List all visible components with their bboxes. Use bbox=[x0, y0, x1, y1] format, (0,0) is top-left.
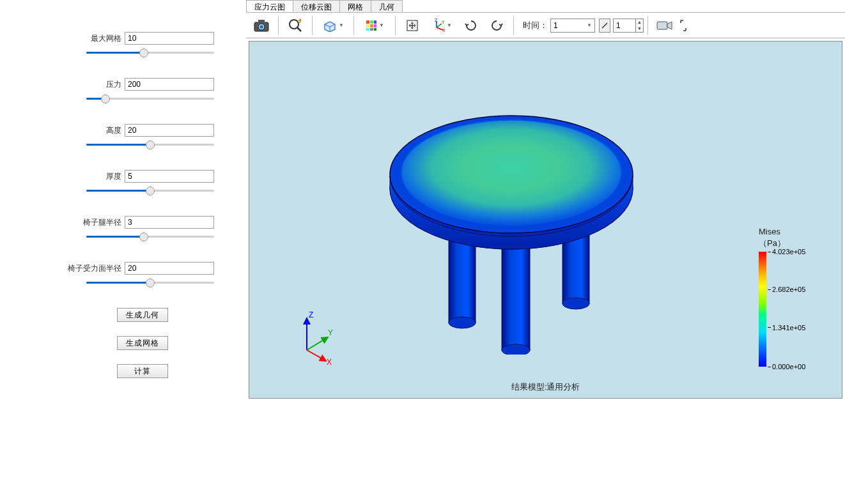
param-slider-4[interactable] bbox=[86, 231, 214, 243]
rotate-ccw-button[interactable] bbox=[460, 15, 483, 36]
svg-rect-13 bbox=[370, 28, 373, 31]
compute-button[interactable]: 计算 bbox=[117, 364, 168, 378]
frame-value: 1 bbox=[616, 21, 621, 30]
color-legend: Mises （Pa） 4.023e+052.682e+051.341e+050.… bbox=[759, 227, 823, 367]
svg-text:Y: Y bbox=[442, 20, 445, 24]
screenshot-button[interactable] bbox=[250, 15, 273, 36]
svg-line-20 bbox=[437, 24, 442, 27]
param-label: 厚度 bbox=[106, 171, 121, 182]
rotate-cw-button[interactable] bbox=[485, 15, 508, 36]
fit-view-button[interactable] bbox=[401, 15, 424, 36]
spinner-down-icon[interactable]: ▼ bbox=[636, 26, 643, 32]
svg-line-5 bbox=[297, 27, 301, 31]
param-group-0: 最大网格 bbox=[32, 32, 214, 59]
param-slider-0[interactable] bbox=[86, 47, 214, 59]
svg-point-31 bbox=[401, 120, 621, 225]
param-slider-5[interactable] bbox=[86, 277, 214, 289]
svg-rect-10 bbox=[370, 24, 373, 27]
param-group-2: 高度 bbox=[32, 124, 214, 151]
svg-line-37 bbox=[307, 350, 326, 361]
param-slider-1[interactable] bbox=[86, 93, 214, 105]
axes-view-button[interactable]: Z X Y ▼ bbox=[426, 15, 457, 36]
svg-point-24 bbox=[449, 317, 476, 328]
legend-tick: 4.023e+05 bbox=[768, 248, 805, 256]
stool-model bbox=[377, 73, 646, 355]
param-input-5[interactable] bbox=[125, 262, 214, 275]
svg-rect-12 bbox=[366, 28, 369, 31]
param-label: 椅子受力面半径 bbox=[68, 263, 121, 274]
camera-button[interactable] bbox=[653, 15, 676, 36]
action-buttons: 生成几何 生成网格 计算 bbox=[70, 308, 214, 378]
param-group-5: 椅子受力面半径 bbox=[32, 262, 214, 289]
viewport-3d[interactable]: Z Y X Mises （Pa） 4.023e+052.682e+051.341… bbox=[249, 41, 842, 399]
param-slider-2[interactable] bbox=[86, 139, 214, 151]
generate-geometry-button[interactable]: 生成几何 bbox=[117, 308, 168, 322]
param-input-4[interactable] bbox=[125, 216, 214, 229]
svg-rect-14 bbox=[374, 28, 376, 31]
sidebar: 最大网格 压力 高度 厚度 bbox=[0, 0, 246, 504]
result-caption: 结果模型:通用分析 bbox=[511, 381, 580, 393]
svg-rect-6 bbox=[366, 20, 369, 24]
svg-rect-8 bbox=[374, 20, 376, 24]
expand-button[interactable] bbox=[679, 15, 688, 36]
legend-tick: 0.000e+00 bbox=[768, 363, 805, 370]
param-input-1[interactable] bbox=[125, 78, 214, 91]
svg-point-26 bbox=[562, 298, 589, 309]
svg-text:X: X bbox=[442, 28, 446, 33]
main-area: 应力云图位移云图网格几何 ▼ bbox=[246, 0, 845, 504]
colormap-button[interactable]: ▼ bbox=[359, 15, 390, 36]
svg-line-35 bbox=[307, 337, 328, 350]
tab-0[interactable]: 应力云图 bbox=[246, 0, 293, 12]
svg-rect-22 bbox=[657, 22, 667, 29]
param-input-0[interactable] bbox=[125, 32, 214, 45]
legend-tick: 2.682e+05 bbox=[768, 286, 805, 293]
param-group-3: 厚度 bbox=[32, 170, 214, 197]
param-input-2[interactable] bbox=[125, 124, 214, 137]
frame-spinner[interactable]: 1 ▲ ▼ bbox=[613, 19, 644, 33]
tab-1[interactable]: 位移云图 bbox=[293, 0, 340, 12]
time-value: 1 bbox=[554, 21, 558, 30]
svg-rect-7 bbox=[370, 20, 373, 24]
param-label: 高度 bbox=[106, 125, 121, 136]
svg-text:Z: Z bbox=[309, 310, 313, 319]
zoom-button[interactable] bbox=[284, 15, 307, 36]
param-label: 椅子腿半径 bbox=[83, 217, 121, 228]
svg-text:X: X bbox=[327, 358, 332, 366]
svg-rect-11 bbox=[374, 24, 376, 27]
step-button[interactable] bbox=[599, 19, 610, 33]
svg-text:Y: Y bbox=[328, 328, 333, 337]
tab-3[interactable]: 几何 bbox=[371, 0, 403, 12]
generate-mesh-button[interactable]: 生成网格 bbox=[117, 336, 168, 350]
svg-rect-9 bbox=[366, 24, 369, 27]
toolbar: ▼ ▼ bbox=[246, 13, 845, 38]
time-label: 时间： bbox=[523, 20, 548, 31]
svg-rect-1 bbox=[258, 20, 265, 23]
param-slider-3[interactable] bbox=[86, 185, 214, 197]
param-label: 最大网格 bbox=[91, 33, 121, 44]
chevron-down-icon: ▼ bbox=[379, 22, 384, 28]
svg-point-28 bbox=[502, 344, 530, 355]
svg-rect-27 bbox=[502, 236, 530, 350]
svg-point-4 bbox=[290, 20, 298, 29]
legend-title: Mises bbox=[759, 227, 823, 236]
chevron-down-icon: ▼ bbox=[447, 22, 452, 28]
param-input-3[interactable] bbox=[125, 170, 214, 183]
axis-triad: Z Y X bbox=[297, 309, 342, 366]
chevron-down-icon: ▼ bbox=[339, 22, 344, 28]
tab-2[interactable]: 网格 bbox=[339, 0, 371, 12]
svg-text:Z: Z bbox=[435, 19, 438, 22]
svg-point-3 bbox=[260, 25, 263, 28]
spinner-up-icon[interactable]: ▲ bbox=[636, 19, 643, 26]
viewport-container: Z Y X Mises （Pa） 4.023e+052.682e+051.341… bbox=[246, 38, 845, 504]
legend-bar bbox=[759, 252, 766, 367]
param-label: 压力 bbox=[106, 79, 121, 90]
time-select[interactable]: 1 bbox=[550, 19, 595, 33]
display-mode-button[interactable]: ▼ bbox=[318, 15, 348, 36]
param-group-1: 压力 bbox=[32, 78, 214, 105]
legend-tick: 1.341e+05 bbox=[768, 324, 805, 332]
param-group-4: 椅子腿半径 bbox=[32, 216, 214, 243]
tab-bar: 应力云图位移云图网格几何 bbox=[246, 0, 845, 13]
